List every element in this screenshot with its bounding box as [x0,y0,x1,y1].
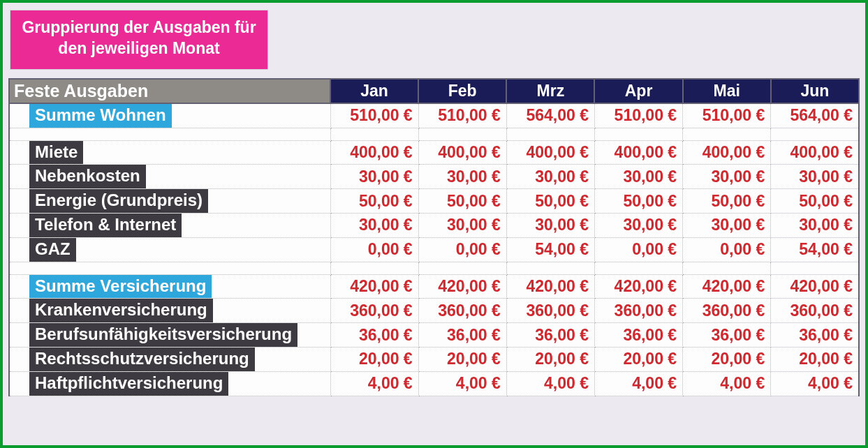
value-cell[interactable]: 4,00 € [771,371,859,396]
value-cell[interactable]: 564,00 € [506,103,594,128]
value-cell[interactable]: 30,00 € [506,165,594,189]
value-cell[interactable]: 20,00 € [771,347,859,371]
value-cell[interactable]: 420,00 € [330,274,418,299]
value-cell[interactable]: 36,00 € [771,323,859,348]
row-label-cell[interactable]: Krankenversicherung [9,299,330,323]
value-cell[interactable]: 30,00 € [771,165,859,189]
row-label-cell[interactable]: Energie (Grundpreis) [9,189,330,214]
value-cell[interactable]: 20,00 € [330,347,418,371]
value-cell[interactable]: 400,00 € [418,140,506,165]
value-cell[interactable]: 400,00 € [683,140,771,165]
row-label-cell[interactable]: Berufsunfähigkeitsversicherung [9,323,330,348]
spacer-cell [771,128,859,140]
value-cell[interactable]: 50,00 € [506,189,594,214]
header-month-3: Apr [594,79,682,103]
value-cell[interactable]: 30,00 € [418,213,506,237]
value-cell[interactable]: 400,00 € [506,140,594,165]
value-cell[interactable]: 360,00 € [330,299,418,323]
item-row: Miete400,00 €400,00 €400,00 €400,00 €400… [9,140,859,165]
row-label-cell[interactable]: Summe Versicherung [9,274,330,299]
value-cell[interactable]: 36,00 € [683,323,771,348]
value-cell[interactable]: 420,00 € [418,274,506,299]
row-label-cell[interactable]: Telefon & Internet [9,213,330,237]
item-row: Berufsunfähigkeitsversicherung36,00 €36,… [9,323,859,348]
value-cell[interactable]: 4,00 € [594,371,682,396]
value-cell[interactable]: 4,00 € [506,371,594,396]
row-label-cell[interactable]: Miete [9,140,330,165]
row-label-cell[interactable]: Rechtsschutzversicherung [9,347,330,371]
value-cell[interactable]: 0,00 € [418,237,506,262]
value-cell[interactable]: 20,00 € [418,347,506,371]
header-month-0: Jan [330,79,418,103]
value-cell[interactable]: 50,00 € [330,189,418,214]
value-cell[interactable]: 30,00 € [683,165,771,189]
value-cell[interactable]: 400,00 € [771,140,859,165]
value-cell[interactable]: 400,00 € [330,140,418,165]
value-cell[interactable]: 420,00 € [771,274,859,299]
item-row: Haftpflichtversicherung4,00 €4,00 €4,00 … [9,371,859,396]
value-cell[interactable]: 510,00 € [594,103,682,128]
value-cell[interactable]: 0,00 € [683,237,771,262]
spacer-cell [594,128,682,140]
row-label-cell[interactable]: Haftpflichtversicherung [9,371,330,396]
value-cell[interactable]: 360,00 € [594,299,682,323]
value-cell[interactable]: 30,00 € [683,213,771,237]
value-cell[interactable]: 20,00 € [506,347,594,371]
value-cell[interactable]: 564,00 € [771,103,859,128]
row-label-cell[interactable]: GAZ [9,237,330,262]
value-cell[interactable]: 54,00 € [506,237,594,262]
item-row: Telefon & Internet30,00 €30,00 €30,00 €3… [9,213,859,237]
value-cell[interactable]: 30,00 € [771,213,859,237]
value-cell[interactable]: 400,00 € [594,140,682,165]
spacer-cell [683,128,771,140]
title-text: Gruppierung der Ausgaben für den jeweili… [22,18,256,57]
value-cell[interactable]: 30,00 € [594,213,682,237]
header-month-5: Jun [771,79,859,103]
value-cell[interactable]: 36,00 € [330,323,418,348]
value-cell[interactable]: 30,00 € [330,213,418,237]
value-cell[interactable]: 510,00 € [683,103,771,128]
value-cell[interactable]: 30,00 € [418,165,506,189]
value-cell[interactable]: 30,00 € [594,165,682,189]
value-cell[interactable]: 36,00 € [506,323,594,348]
value-cell[interactable]: 50,00 € [418,189,506,214]
value-cell[interactable]: 360,00 € [506,299,594,323]
value-cell[interactable]: 4,00 € [418,371,506,396]
row-label-cell[interactable]: Summe Wohnen [9,103,330,128]
value-cell[interactable]: 4,00 € [683,371,771,396]
value-cell[interactable]: 0,00 € [594,237,682,262]
spacer-cell [418,128,506,140]
value-cell[interactable]: 420,00 € [506,274,594,299]
value-cell[interactable]: 0,00 € [330,237,418,262]
value-cell[interactable]: 36,00 € [594,323,682,348]
spacer-cell [771,262,859,274]
value-cell[interactable]: 360,00 € [771,299,859,323]
value-cell[interactable]: 50,00 € [683,189,771,214]
value-cell[interactable]: 360,00 € [683,299,771,323]
value-cell[interactable]: 54,00 € [771,237,859,262]
value-cell[interactable]: 20,00 € [683,347,771,371]
item-row: Krankenversicherung360,00 €360,00 €360,0… [9,299,859,323]
value-cell[interactable]: 36,00 € [418,323,506,348]
spacer-cell [506,128,594,140]
value-cell[interactable]: 50,00 € [771,189,859,214]
item-label: Miete [29,141,83,165]
value-cell[interactable]: 360,00 € [418,299,506,323]
value-cell[interactable]: 4,00 € [330,371,418,396]
spacer-cell [330,128,418,140]
value-cell[interactable]: 30,00 € [506,213,594,237]
value-cell[interactable]: 510,00 € [418,103,506,128]
spreadsheet-frame: Gruppierung der Ausgaben für den jeweili… [0,0,868,448]
sum-label: Summe Wohnen [29,104,172,128]
value-cell[interactable]: 50,00 € [594,189,682,214]
spacer-cell [506,262,594,274]
value-cell[interactable]: 420,00 € [594,274,682,299]
value-cell[interactable]: 420,00 € [683,274,771,299]
value-cell[interactable]: 20,00 € [594,347,682,371]
value-cell[interactable]: 510,00 € [330,103,418,128]
row-label-cell[interactable]: Nebenkosten [9,165,330,189]
header-month-4: Mai [683,79,771,103]
item-label: Energie (Grundpreis) [29,189,208,213]
spacer-cell [330,262,418,274]
value-cell[interactable]: 30,00 € [330,165,418,189]
